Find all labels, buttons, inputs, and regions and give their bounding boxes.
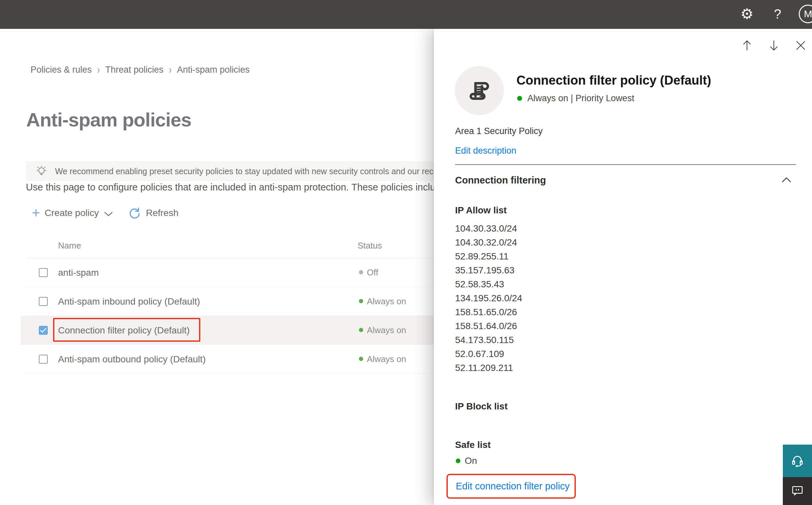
checkmark-icon	[40, 328, 46, 333]
section-divider	[455, 164, 796, 165]
row-checkbox-checked[interactable]	[39, 326, 48, 335]
policy-avatar-circle	[455, 66, 504, 115]
ip-allow-list-title: IP Allow list	[455, 205, 507, 216]
ip-entry: 52.89.255.11	[455, 249, 522, 264]
ip-block-list-title: IP Block list	[455, 401, 508, 412]
ip-entry: 52.0.67.109	[455, 347, 522, 361]
top-app-bar: ⚙ ? M	[0, 0, 812, 29]
policy-description: Area 1 Security Policy	[455, 126, 543, 136]
policy-name: Connection filter policy (Default)	[58, 325, 190, 336]
feedback-chat-icon	[790, 483, 805, 499]
ip-entry: 134.195.26.0/24	[455, 291, 522, 305]
row-checkbox[interactable]	[39, 355, 48, 364]
row-checkbox[interactable]	[39, 268, 48, 277]
connection-filtering-section-header[interactable]: Connection filtering	[455, 175, 796, 186]
status-label: Off	[367, 268, 378, 278]
panel-status: Always on | Priority Lowest	[517, 93, 634, 104]
previous-item-arrow-up-icon[interactable]	[741, 39, 753, 51]
column-header-name[interactable]: Name	[58, 240, 81, 251]
help-question-icon[interactable]: ?	[771, 5, 784, 23]
breadcrumb-policies-rules[interactable]: Policies & rules	[30, 65, 92, 75]
panel-status-text: Always on | Priority Lowest	[528, 93, 634, 104]
chevron-down-icon	[104, 211, 113, 217]
policy-name: Anti-spam inbound policy (Default)	[58, 296, 200, 307]
account-avatar[interactable]: M	[799, 5, 812, 23]
ip-entry: 35.157.195.63	[455, 264, 522, 278]
policy-name: Anti-spam outbound policy (Default)	[58, 354, 206, 365]
plus-icon: +	[32, 206, 40, 220]
edit-description-link[interactable]: Edit description	[455, 146, 517, 156]
panel-title: Connection filter policy (Default)	[517, 73, 711, 88]
breadcrumb-anti-spam-policies[interactable]: Anti-spam policies	[177, 65, 250, 75]
close-icon[interactable]	[795, 39, 807, 51]
ip-allow-list: 104.30.33.0/24 104.30.32.0/24 52.89.255.…	[455, 222, 522, 375]
lightbulb-icon	[34, 164, 48, 178]
headset-icon	[789, 453, 806, 469]
section-label: Connection filtering	[455, 175, 546, 185]
ip-entry: 104.30.32.0/24	[455, 235, 522, 249]
create-policy-label: Create policy	[45, 208, 99, 218]
breadcrumb: Policies & rules › Threat policies › Ant…	[30, 65, 250, 75]
edit-connection-filter-policy-link[interactable]: Edit connection filter policy	[456, 481, 570, 492]
ip-entry: 158.51.64.0/26	[455, 319, 522, 333]
chevron-up-icon[interactable]	[782, 177, 791, 183]
breadcrumb-threat-policies[interactable]: Threat policies	[105, 65, 164, 75]
banner-text: We recommend enabling preset security po…	[55, 167, 456, 176]
breadcrumb-separator-icon: ›	[169, 63, 172, 76]
next-item-arrow-down-icon[interactable]	[768, 39, 780, 51]
column-header-status[interactable]: Status	[358, 240, 382, 251]
settings-gear-icon[interactable]: ⚙	[739, 6, 755, 22]
status-dot-green	[456, 459, 460, 463]
toolbar: + Create policy Refresh	[32, 205, 178, 221]
status-dot-on	[359, 299, 363, 303]
refresh-icon	[128, 207, 141, 220]
safe-list-status: On	[456, 456, 477, 466]
ip-entry: 52.58.35.43	[455, 278, 522, 291]
feedback-button[interactable]	[783, 477, 812, 505]
status-dot-on	[359, 357, 363, 361]
ip-entry: 104.30.33.0/24	[455, 222, 522, 235]
create-policy-button[interactable]: + Create policy	[32, 206, 113, 220]
refresh-label: Refresh	[146, 208, 178, 218]
breadcrumb-separator-icon: ›	[97, 63, 100, 76]
status-label: Always on	[367, 325, 406, 335]
red-annotation-box: Edit connection filter policy	[446, 474, 576, 499]
policy-detail-flyout: Connection filter policy (Default) Alway…	[434, 29, 812, 505]
safe-list-status-text: On	[465, 456, 477, 466]
policy-name: anti-spam	[58, 268, 99, 278]
support-button[interactable]	[783, 445, 812, 477]
ip-entry: 158.51.65.0/26	[455, 305, 522, 319]
status-dot-on	[359, 328, 363, 332]
status-dot-off	[359, 270, 363, 275]
page-title: Anti-spam policies	[26, 109, 191, 131]
ip-entry: 52.11.209.211	[455, 361, 522, 375]
safe-list-title: Safe list	[455, 440, 490, 450]
status-dot-green	[517, 96, 522, 101]
ip-entry: 54.173.50.115	[455, 333, 522, 347]
status-label: Always on	[367, 354, 406, 364]
refresh-button[interactable]: Refresh	[128, 206, 178, 220]
status-label: Always on	[367, 296, 406, 307]
policy-scroll-icon	[466, 77, 492, 104]
header-divider	[0, 31, 812, 31]
row-checkbox[interactable]	[39, 297, 48, 306]
panel-nav	[741, 39, 807, 51]
